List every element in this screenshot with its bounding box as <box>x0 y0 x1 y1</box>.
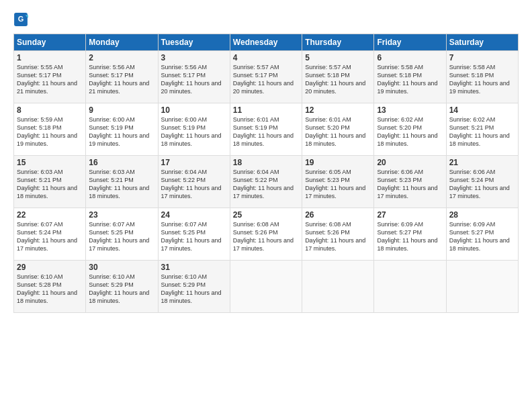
day-info: Sunrise: 6:00 AMSunset: 5:19 PMDaylight:… <box>89 116 154 148</box>
day-cell: 16 Sunrise: 6:03 AMSunset: 5:21 PMDaylig… <box>86 156 158 208</box>
day-info: Sunrise: 6:03 AMSunset: 5:21 PMDaylight:… <box>17 168 83 201</box>
day-number: 5 <box>305 53 371 62</box>
day-number: 8 <box>17 105 83 115</box>
day-info: Sunrise: 6:10 AMSunset: 5:29 PMDaylight:… <box>89 273 154 306</box>
day-number: 10 <box>161 105 227 115</box>
day-cell: 4 Sunrise: 5:57 AMSunset: 5:17 PMDayligh… <box>230 51 302 103</box>
day-info: Sunrise: 6:07 AMSunset: 5:25 PMDaylight:… <box>89 220 154 253</box>
day-cell: 7 Sunrise: 5:58 AMSunset: 5:18 PMDayligh… <box>446 51 518 103</box>
day-number: 18 <box>233 158 299 167</box>
day-number: 17 <box>161 158 227 167</box>
day-cell: 24 Sunrise: 6:07 AMSunset: 5:25 PMDaylig… <box>158 208 230 261</box>
day-number: 13 <box>377 105 443 115</box>
day-info: Sunrise: 6:02 AMSunset: 5:21 PMDaylight:… <box>449 116 515 148</box>
day-cell <box>230 261 302 313</box>
day-info: Sunrise: 5:57 AMSunset: 5:18 PMDaylight:… <box>305 63 371 96</box>
day-info: Sunrise: 5:58 AMSunset: 5:18 PMDaylight:… <box>449 63 515 96</box>
day-number: 31 <box>161 263 227 272</box>
day-number: 26 <box>305 210 371 220</box>
day-info: Sunrise: 6:01 AMSunset: 5:19 PMDaylight:… <box>233 116 299 148</box>
day-info: Sunrise: 5:57 AMSunset: 5:17 PMDaylight:… <box>233 63 299 96</box>
day-number: 24 <box>161 210 227 220</box>
day-info: Sunrise: 6:08 AMSunset: 5:26 PMDaylight:… <box>233 220 299 253</box>
day-info: Sunrise: 5:55 AMSunset: 5:17 PMDaylight:… <box>17 63 83 96</box>
day-number: 2 <box>89 53 154 62</box>
day-cell: 28 Sunrise: 6:09 AMSunset: 5:27 PMDaylig… <box>446 208 518 261</box>
day-info: Sunrise: 6:04 AMSunset: 5:22 PMDaylight:… <box>161 168 227 201</box>
day-cell <box>374 261 446 313</box>
day-cell: 25 Sunrise: 6:08 AMSunset: 5:26 PMDaylig… <box>230 208 302 261</box>
svg-text:G: G <box>18 15 24 23</box>
day-header-friday: Friday <box>374 34 446 51</box>
day-number: 27 <box>377 210 443 220</box>
day-header-sunday: Sunday <box>14 34 86 51</box>
calendar-table: SundayMondayTuesdayWednesdayThursdayFrid… <box>13 34 519 313</box>
logo: G <box>13 12 31 27</box>
day-cell: 31 Sunrise: 6:10 AMSunset: 5:29 PMDaylig… <box>158 261 230 313</box>
day-cell: 15 Sunrise: 6:03 AMSunset: 5:21 PMDaylig… <box>14 156 86 208</box>
day-number: 22 <box>17 210 83 220</box>
day-cell: 14 Sunrise: 6:02 AMSunset: 5:21 PMDaylig… <box>446 103 518 156</box>
day-cell: 22 Sunrise: 6:07 AMSunset: 5:24 PMDaylig… <box>14 208 86 261</box>
day-cell: 23 Sunrise: 6:07 AMSunset: 5:25 PMDaylig… <box>86 208 158 261</box>
week-row-5: 29 Sunrise: 6:10 AMSunset: 5:28 PMDaylig… <box>14 261 519 313</box>
day-number: 3 <box>161 53 227 62</box>
day-info: Sunrise: 6:02 AMSunset: 5:20 PMDaylight:… <box>377 116 443 148</box>
week-row-3: 15 Sunrise: 6:03 AMSunset: 5:21 PMDaylig… <box>14 156 519 208</box>
day-cell: 17 Sunrise: 6:04 AMSunset: 5:22 PMDaylig… <box>158 156 230 208</box>
day-number: 21 <box>449 158 515 167</box>
day-cell: 8 Sunrise: 5:59 AMSunset: 5:18 PMDayligh… <box>14 103 86 156</box>
day-number: 30 <box>89 263 154 272</box>
day-cell: 3 Sunrise: 5:56 AMSunset: 5:17 PMDayligh… <box>158 51 230 103</box>
day-number: 7 <box>449 53 515 62</box>
week-row-2: 8 Sunrise: 5:59 AMSunset: 5:18 PMDayligh… <box>14 103 519 156</box>
day-cell: 21 Sunrise: 6:06 AMSunset: 5:24 PMDaylig… <box>446 156 518 208</box>
day-number: 20 <box>377 158 443 167</box>
day-info: Sunrise: 6:07 AMSunset: 5:25 PMDaylight:… <box>161 220 227 253</box>
day-cell: 20 Sunrise: 6:06 AMSunset: 5:23 PMDaylig… <box>374 156 446 208</box>
day-info: Sunrise: 6:06 AMSunset: 5:23 PMDaylight:… <box>377 168 443 201</box>
day-cell <box>446 261 518 313</box>
calendar-header-row: SundayMondayTuesdayWednesdayThursdayFrid… <box>14 34 519 51</box>
day-header-wednesday: Wednesday <box>230 34 302 51</box>
day-number: 1 <box>17 53 83 62</box>
day-info: Sunrise: 6:09 AMSunset: 5:27 PMDaylight:… <box>377 220 443 253</box>
day-number: 12 <box>305 105 371 115</box>
calendar-page: G SundayMondayTuesdayWednesdayThursdayFr… <box>0 0 532 411</box>
day-info: Sunrise: 5:58 AMSunset: 5:18 PMDaylight:… <box>377 63 443 96</box>
day-info: Sunrise: 6:10 AMSunset: 5:29 PMDaylight:… <box>161 273 227 306</box>
day-cell: 29 Sunrise: 6:10 AMSunset: 5:28 PMDaylig… <box>14 261 86 313</box>
day-cell: 6 Sunrise: 5:58 AMSunset: 5:18 PMDayligh… <box>374 51 446 103</box>
day-info: Sunrise: 6:05 AMSunset: 5:23 PMDaylight:… <box>305 168 371 201</box>
header: G <box>13 12 519 27</box>
day-number: 9 <box>89 105 154 115</box>
day-number: 28 <box>449 210 515 220</box>
day-number: 14 <box>449 105 515 115</box>
day-info: Sunrise: 5:56 AMSunset: 5:17 PMDaylight:… <box>89 63 154 96</box>
day-cell: 12 Sunrise: 6:01 AMSunset: 5:20 PMDaylig… <box>302 103 374 156</box>
day-info: Sunrise: 5:59 AMSunset: 5:18 PMDaylight:… <box>17 116 83 148</box>
day-header-saturday: Saturday <box>446 34 518 51</box>
day-number: 11 <box>233 105 299 115</box>
week-row-1: 1 Sunrise: 5:55 AMSunset: 5:17 PMDayligh… <box>14 51 519 103</box>
day-header-thursday: Thursday <box>302 34 374 51</box>
week-row-4: 22 Sunrise: 6:07 AMSunset: 5:24 PMDaylig… <box>14 208 519 261</box>
day-number: 19 <box>305 158 371 167</box>
day-cell: 19 Sunrise: 6:05 AMSunset: 5:23 PMDaylig… <box>302 156 374 208</box>
day-info: Sunrise: 6:09 AMSunset: 5:27 PMDaylight:… <box>449 220 515 253</box>
day-cell: 18 Sunrise: 6:04 AMSunset: 5:22 PMDaylig… <box>230 156 302 208</box>
day-info: Sunrise: 6:01 AMSunset: 5:20 PMDaylight:… <box>305 116 371 148</box>
calendar-body: 1 Sunrise: 5:55 AMSunset: 5:17 PMDayligh… <box>14 51 519 313</box>
day-number: 15 <box>17 158 83 167</box>
day-number: 23 <box>89 210 154 220</box>
day-number: 6 <box>377 53 443 62</box>
logo-icon: G <box>13 12 28 27</box>
day-info: Sunrise: 6:04 AMSunset: 5:22 PMDaylight:… <box>233 168 299 201</box>
day-cell: 27 Sunrise: 6:09 AMSunset: 5:27 PMDaylig… <box>374 208 446 261</box>
day-header-tuesday: Tuesday <box>158 34 230 51</box>
day-info: Sunrise: 6:10 AMSunset: 5:28 PMDaylight:… <box>17 273 83 306</box>
day-cell: 2 Sunrise: 5:56 AMSunset: 5:17 PMDayligh… <box>86 51 158 103</box>
day-info: Sunrise: 6:03 AMSunset: 5:21 PMDaylight:… <box>89 168 154 201</box>
day-header-monday: Monday <box>86 34 158 51</box>
day-info: Sunrise: 6:06 AMSunset: 5:24 PMDaylight:… <box>449 168 515 201</box>
